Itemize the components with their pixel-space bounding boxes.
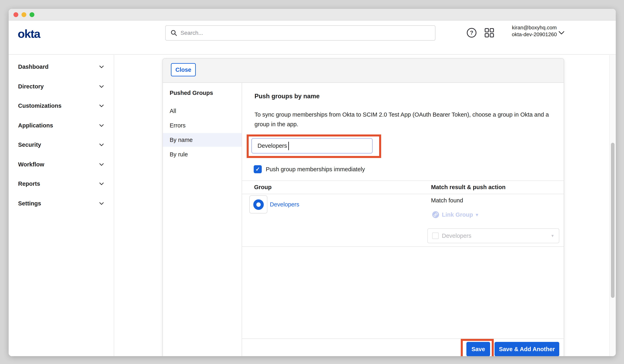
- table-divider: [242, 181, 564, 181]
- account-menu[interactable]: kiran@boxyhq.com okta-dev-20901260: [502, 24, 567, 38]
- search-input[interactable]: [181, 30, 430, 36]
- pushed-groups-title: Pushed Groups: [170, 90, 213, 96]
- chevron-down-icon: [99, 104, 104, 107]
- chevron-down-icon: [99, 163, 104, 166]
- nav-item-by-name[interactable]: By name: [163, 133, 242, 147]
- chevron-down-icon: [99, 182, 104, 185]
- global-search[interactable]: [165, 25, 435, 41]
- group-icon-box: [249, 195, 267, 213]
- group-name-input[interactable]: [251, 138, 373, 154]
- app-header: okta ? kiran@boxyhq.com okta-dev-20901: [9, 21, 616, 55]
- minimize-window-icon[interactable]: [22, 12, 26, 17]
- group-name-field-wrap: [251, 138, 373, 154]
- scrollbar-track[interactable]: [609, 55, 616, 356]
- account-email: kiran@boxyhq.com: [502, 24, 567, 31]
- link-group-dropdown[interactable]: Link Group ▾: [432, 211, 478, 218]
- screen: okta ? kiran@boxyhq.com okta-dev-20901: [0, 0, 624, 364]
- sidebar-item-directory[interactable]: Directory: [9, 79, 114, 93]
- pushed-groups-nav: Pushed Groups All Errors By name By rule: [163, 83, 242, 356]
- dialog-footer: Save Save & Add Another: [242, 338, 564, 356]
- chevron-down-icon: [99, 144, 104, 146]
- link-group-label: Link Group: [442, 211, 473, 218]
- mac-titlebar: [9, 9, 616, 21]
- group-icon: [253, 199, 264, 210]
- text-cursor: [288, 142, 289, 150]
- target-group-select[interactable]: Developers ▾: [427, 228, 559, 243]
- chevron-down-icon: [99, 85, 104, 88]
- sidebar-item-customizations[interactable]: Customizations: [9, 99, 114, 113]
- sidebar-item-settings[interactable]: Settings: [9, 197, 114, 210]
- push-by-name-panel: Push groups by name To sync group member…: [242, 83, 564, 356]
- sidebar-nav: Dashboard Directory Customizations Appli…: [9, 55, 114, 356]
- caret-down-icon: ▾: [551, 233, 554, 238]
- sidebar-item-applications[interactable]: Applications: [9, 119, 114, 132]
- push-immediately-checkbox[interactable]: ✓: [254, 165, 262, 173]
- column-header-match: Match result & push action: [431, 184, 506, 190]
- sidebar-item-dashboard[interactable]: Dashboard: [9, 60, 114, 74]
- target-group-value: Developers: [442, 233, 471, 239]
- chevron-down-icon: [99, 124, 104, 127]
- match-result-text: Match found: [431, 197, 463, 204]
- save-button[interactable]: Save: [467, 342, 490, 356]
- main-content: Close Pushed Groups All Errors By name B…: [115, 55, 616, 356]
- checkbox-check-icon: ✓: [256, 166, 260, 172]
- save-add-another-button[interactable]: Save & Add Another: [494, 342, 559, 356]
- panel-heading: Push groups by name: [255, 93, 320, 100]
- link-icon: [432, 211, 440, 218]
- push-immediately-label: Push group memberships immediately: [266, 166, 365, 173]
- nav-item-all[interactable]: All: [163, 104, 242, 118]
- okta-logo: okta: [18, 27, 40, 40]
- help-icon[interactable]: ?: [467, 28, 476, 38]
- close-button[interactable]: Close: [171, 63, 196, 76]
- sidebar-item-security[interactable]: Security: [9, 138, 114, 152]
- search-icon: [170, 29, 177, 36]
- select-checkbox-icon: [432, 233, 439, 239]
- group-name-link[interactable]: Developers: [270, 201, 299, 208]
- sidebar-item-workflow[interactable]: Workflow: [9, 157, 114, 171]
- caret-down-icon: ▾: [476, 212, 478, 217]
- nav-item-by-rule[interactable]: By rule: [163, 148, 242, 161]
- dialog-header: Close: [163, 59, 564, 83]
- scrollbar-thumb[interactable]: [611, 143, 615, 298]
- chevron-down-icon: [99, 66, 104, 68]
- chevron-down-icon: [99, 202, 104, 205]
- zoom-window-icon[interactable]: [29, 12, 34, 17]
- nav-item-errors[interactable]: Errors: [163, 119, 242, 132]
- panel-description: To sync group memberships from Okta to S…: [255, 110, 554, 129]
- apps-grid-icon[interactable]: [485, 28, 494, 38]
- column-header-group: Group: [254, 184, 272, 190]
- dialog-body: Pushed Groups All Errors By name By rule…: [163, 83, 564, 356]
- account-chevron-down-icon[interactable]: [558, 31, 565, 35]
- browser-window: okta ? kiran@boxyhq.com okta-dev-20901: [9, 9, 616, 356]
- table-divider: [242, 194, 564, 194]
- account-org: okta-dev-20901260: [502, 31, 567, 38]
- push-groups-dialog: Close Pushed Groups All Errors By name B…: [162, 58, 564, 356]
- sidebar-item-reports[interactable]: Reports: [9, 177, 114, 190]
- close-window-icon[interactable]: [13, 12, 18, 17]
- table-divider: [242, 246, 564, 247]
